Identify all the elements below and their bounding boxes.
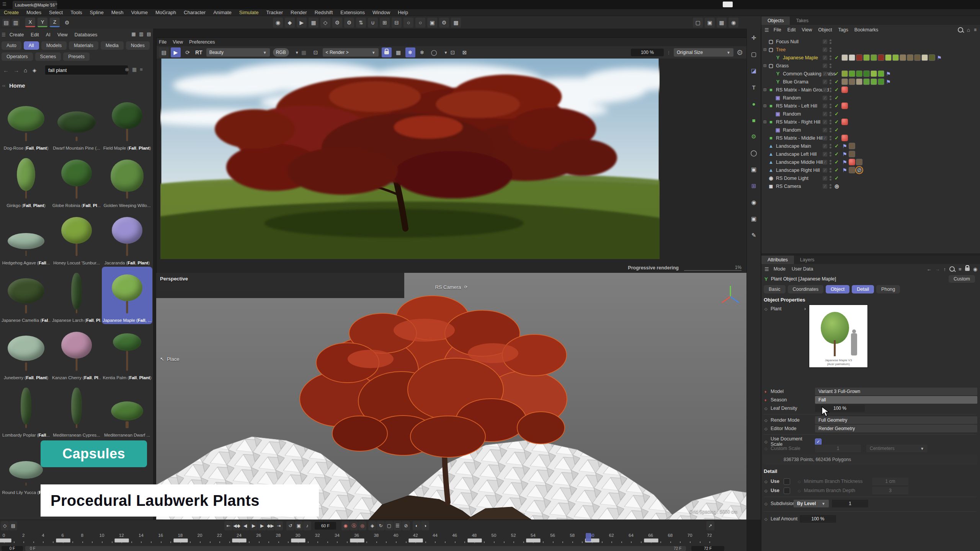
object-label[interactable]: Blue Grama	[783, 79, 808, 85]
asset-item[interactable]: Dog-Rose (Fall, Plant)	[1, 95, 51, 152]
lock-icon[interactable]	[965, 267, 970, 271]
keyframe-marker[interactable]	[232, 538, 247, 543]
layer-icon[interactable]: ∕	[823, 80, 827, 84]
camera-label[interactable]: RS Camera	[435, 284, 461, 290]
object-label[interactable]: RS Camera	[776, 184, 801, 189]
plant-preview[interactable]: Japanese Maple V3 (Acer palmatum)	[809, 305, 868, 368]
asset-item[interactable]: Mediterranean Dwarf ...	[102, 381, 152, 439]
subdivision-field[interactable]: 1	[832, 500, 868, 507]
object-tag[interactable]	[856, 159, 862, 165]
fcurve-icon[interactable]	[706, 521, 714, 530]
object-tag[interactable]	[885, 54, 892, 61]
asset-item[interactable]: Kanzan Cherry (Fall, Pl...	[51, 324, 102, 381]
asset-item[interactable]: Juneberry (Fall, Plant)	[1, 324, 51, 381]
bucket-grid-icon[interactable]	[394, 47, 403, 57]
season-dropdown[interactable]: Fall	[815, 396, 977, 404]
render-target-dropdown[interactable]: < Render >▼	[323, 48, 379, 57]
object-manager-tab[interactable]: Takes	[790, 16, 815, 25]
enable-check-icon[interactable]	[835, 167, 841, 173]
object-tag[interactable]	[849, 143, 855, 149]
expander-icon[interactable]: ⊟	[762, 120, 768, 124]
object-tag[interactable]	[856, 78, 862, 85]
focus-object-icon[interactable]	[460, 47, 470, 57]
object-tag[interactable]	[871, 70, 877, 77]
enable-check-icon[interactable]	[835, 103, 841, 109]
keyframe-marker[interactable]	[56, 538, 70, 543]
use-max-branch-checkbox[interactable]	[784, 487, 790, 494]
object-label[interactable]: RS Matrix - Right Hill	[776, 119, 820, 125]
object-label[interactable]: Random	[783, 111, 801, 117]
back-icon[interactable]: ←	[927, 266, 932, 272]
attribute-section-tab[interactable]: Detail	[852, 285, 874, 293]
object-row[interactable]: Random ∕	[761, 110, 980, 118]
search-icon[interactable]	[949, 266, 955, 272]
object-tag[interactable]	[841, 70, 848, 77]
object-tag[interactable]	[841, 143, 848, 149]
visibility-dots[interactable]	[830, 127, 831, 133]
object-row[interactable]: ⊟ RS Matrix - Main Ground ∕	[761, 86, 980, 94]
keyframe-marker[interactable]	[408, 538, 423, 543]
camera-cycle-icon[interactable]: ⟳	[464, 285, 467, 290]
layer-icon[interactable]: ∕	[823, 144, 827, 148]
object-row[interactable]: Common Quaking Grass ∕	[761, 70, 980, 78]
enable-check-icon[interactable]	[835, 111, 841, 117]
filter-chip[interactable]: Presets	[63, 52, 89, 61]
viewport-view-label[interactable]: Perspective	[160, 276, 188, 282]
object-tag[interactable]	[871, 54, 877, 61]
object-label[interactable]: Landscape Left Hill	[776, 152, 817, 157]
rt-label[interactable]: RT	[195, 49, 203, 55]
home-icon[interactable]: ⌂	[967, 27, 970, 33]
layer-icon[interactable]: ∕	[823, 152, 827, 156]
layer-icon[interactable]: ∕	[823, 72, 827, 76]
visibility-dots[interactable]	[830, 39, 831, 44]
up-icon[interactable]: ↑	[944, 266, 946, 272]
chevron-down-icon[interactable]: ▼	[444, 51, 448, 55]
filter-chip[interactable]: Nodes	[126, 41, 150, 50]
keyframe-marker[interactable]	[173, 538, 188, 543]
camera-label-row[interactable]: RS Camera ⟳	[156, 284, 746, 290]
object-tag[interactable]	[907, 54, 913, 61]
refresh-icon[interactable]	[183, 47, 193, 57]
burger-icon[interactable]: ☰	[2, 32, 6, 37]
menu-item[interactable]: Extensions	[336, 10, 369, 15]
visibility-dots[interactable]	[830, 111, 831, 117]
layer-icon[interactable]: ∕	[823, 176, 827, 181]
object-tag[interactable]	[856, 167, 862, 173]
layer-icon[interactable]: ∕	[823, 88, 827, 92]
object-row[interactable]: ⊟ RS Matrix - Right Hill ∕	[761, 118, 980, 126]
enable-check-icon[interactable]	[835, 151, 841, 157]
ipr-play-icon[interactable]	[171, 47, 181, 57]
object-row[interactable]: Japanese Maple ∕	[761, 54, 980, 62]
menu-item[interactable]: Create	[0, 10, 23, 15]
dotgrid-icon[interactable]	[299, 47, 309, 57]
thumb-view-icon[interactable]: ▦	[132, 67, 137, 72]
visibility-dots[interactable]	[830, 79, 831, 85]
object-label[interactable]: RS Matrix - Left Hill	[776, 103, 817, 109]
enable-check-icon[interactable]	[835, 79, 841, 85]
visibility-dots[interactable]	[830, 103, 831, 109]
object-tag[interactable]	[849, 167, 855, 173]
filter-chip[interactable]: All	[24, 41, 39, 50]
visibility-dots[interactable]	[830, 135, 831, 141]
object-tag[interactable]	[841, 167, 848, 173]
attribute-menu-item[interactable]: User Data	[792, 266, 813, 272]
object-row[interactable]: Landscape Middle Hill ∕	[761, 158, 980, 166]
keyable-icon[interactable]: ♦	[764, 390, 771, 394]
object-tag[interactable]	[849, 78, 855, 85]
close-tab-icon[interactable]: ✕	[49, 2, 52, 7]
menu-item[interactable]: MoGraph	[152, 10, 180, 15]
visibility-dots[interactable]	[830, 87, 831, 93]
enable-check-icon[interactable]	[835, 135, 841, 141]
filter-icon[interactable]: ≡	[974, 27, 977, 33]
filter-chip[interactable]: Operators	[2, 52, 33, 61]
layer-icon[interactable]: ∕	[823, 96, 827, 100]
object-label[interactable]: Landscape Main	[776, 143, 811, 149]
asset-item[interactable]: Honey Locust 'Sunbur...	[51, 209, 102, 267]
visibility-dots[interactable]	[830, 119, 831, 125]
attribute-section-tab[interactable]: Phong	[876, 285, 900, 293]
burger-icon[interactable]: ☰	[764, 266, 769, 272]
filter-chip[interactable]: Materials	[69, 41, 98, 50]
stepper-icon[interactable]: ⋮	[667, 51, 671, 55]
object-tag[interactable]	[871, 78, 877, 85]
axis-lock-button[interactable]: Y	[38, 18, 47, 27]
